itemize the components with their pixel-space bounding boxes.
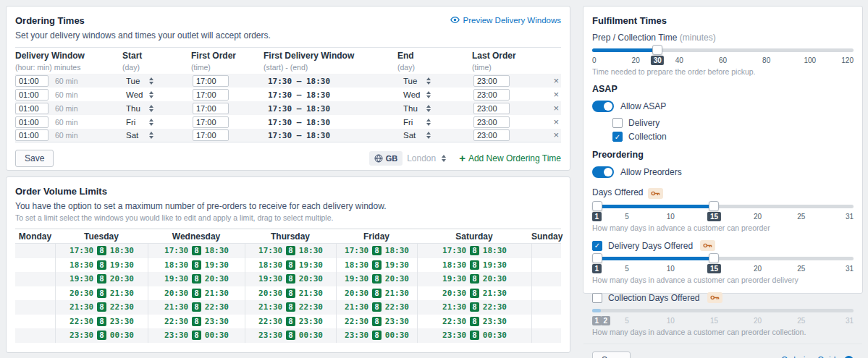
volume-slot[interactable]: 18:30 8 19:30 [164,260,229,270]
slider-track[interactable] [592,48,854,52]
volume-slot[interactable]: 18:30 8 19:30 [442,260,507,270]
volume-slot[interactable]: 21:30 8 22:30 [258,302,323,312]
day-column-header: Sunday [531,231,561,242]
volume-slot[interactable]: 21:30 8 22:30 [442,302,507,312]
volume-slot[interactable]: 20:30 8 21:30 [164,289,229,298]
remove-row-icon[interactable]: × [553,90,559,100]
slider-handle[interactable] [592,253,602,263]
start-day-select[interactable]: Wed [126,90,153,99]
preview-delivery-windows-link[interactable]: Preview Delivery Windows [450,15,561,25]
volume-slot[interactable]: 21:30 8 22:30 [69,302,134,312]
end-day-select[interactable]: Sat [403,131,431,140]
remove-row-icon[interactable]: × [553,117,559,127]
timezone-select[interactable]: GB London [369,151,451,166]
slider-handle[interactable] [709,201,719,211]
volume-slot[interactable]: 18:30 8 19:30 [258,260,323,270]
last-order-input[interactable] [473,116,510,128]
select-arrows-icon [426,119,431,126]
allow-preorders-toggle[interactable] [592,166,614,178]
volume-slot[interactable]: 20:30 8 21:30 [69,289,134,298]
end-day-select[interactable]: Fri [403,118,431,127]
volume-slot-row: 22:30 8 23:30 22:30 8 23:30 22:30 8 23:3… [15,315,561,329]
delivery-days-offered-checkbox[interactable]: ✓ [592,241,602,251]
volume-slot[interactable]: 17:30 8 18:30 [164,246,229,255]
start-day-select[interactable]: Thu [126,104,153,113]
end-day-select[interactable]: Wed [403,90,431,99]
first-order-input[interactable] [193,116,229,128]
volume-slot[interactable]: 19:30 8 20:30 [164,274,229,284]
volume-slot[interactable]: 17:30 8 18:30 [442,246,507,255]
first-order-input[interactable] [193,129,229,141]
volume-slot[interactable]: 19:30 8 20:30 [345,274,409,284]
delivery-window-input[interactable] [15,75,49,87]
volume-slot[interactable]: 18:30 8 19:30 [69,260,134,270]
save-fulfilment-times-button[interactable]: Save [592,351,631,358]
slider-track[interactable] [592,257,854,260]
volume-slot[interactable]: 23:30 8 00:30 [442,331,507,340]
slider-handle[interactable] [652,45,662,55]
remove-row-icon[interactable]: × [553,103,559,114]
save-ordering-times-button[interactable]: Save [15,150,54,167]
volume-slot[interactable]: 21:30 8 22:30 [345,302,409,312]
column-header: End [397,51,414,61]
volume-slot[interactable]: 20:30 8 21:30 [442,289,507,298]
volume-slot[interactable]: 17:30 8 18:30 [345,246,409,255]
ordering-guide-link[interactable]: Ordering Guide ? [781,355,854,358]
delivery-window-input[interactable] [15,129,49,141]
volume-slot[interactable]: 20:30 8 21:30 [345,289,409,298]
remove-row-icon[interactable]: × [553,130,559,140]
country-pill: GB [369,151,403,166]
slider-track[interactable] [592,205,854,208]
last-order-input[interactable] [473,75,510,87]
allow-asap-toggle[interactable] [592,101,614,112]
start-day-select[interactable]: Fri [126,118,153,127]
volume-slot[interactable]: 21:30 8 22:30 [164,302,229,312]
collection-days-offered-checkbox[interactable] [592,293,602,303]
volume-slot[interactable]: 17:30 8 18:30 [258,246,323,255]
delivery-window-input[interactable] [15,116,49,128]
slider-tick-label: 20 [754,265,762,273]
last-order-input[interactable] [473,103,510,114]
volume-slot[interactable]: 23:30 8 00:30 [69,331,134,340]
slider-handle[interactable] [592,201,602,211]
order-limit-badge: 8 [192,302,201,312]
volume-slot[interactable]: 22:30 8 23:30 [258,317,323,326]
volume-slot[interactable]: 20:30 8 21:30 [258,289,323,298]
first-delivery-window-value: 17:30 – 18:30 [268,118,330,127]
remove-row-icon[interactable]: × [553,76,559,86]
volume-slot[interactable]: 23:30 8 00:30 [258,331,323,340]
order-limit-badge: 8 [372,317,382,326]
first-order-input[interactable] [193,103,229,114]
premium-feature-icon [700,240,715,251]
volume-slot[interactable]: 22:30 8 23:30 [69,317,134,326]
end-day-select[interactable]: Thu [403,104,431,113]
last-order-input[interactable] [473,129,510,141]
start-day-select[interactable]: Tue [126,77,153,85]
volume-slot[interactable]: 19:30 8 20:30 [442,274,507,284]
slider-tick-label: 5 [625,265,629,273]
first-order-input[interactable] [193,75,229,87]
start-day-select[interactable]: Sat [126,131,153,140]
slider-handle[interactable] [709,253,719,263]
slider-track[interactable] [592,309,854,312]
volume-slot[interactable]: 18:30 8 19:30 [345,260,409,270]
asap-collection-checkbox[interactable]: ✓ [612,132,623,142]
asap-delivery-checkbox[interactable] [612,118,623,128]
delivery-window-input[interactable] [15,103,49,114]
add-new-ordering-time-link[interactable]: + Add New Ordering Time [459,153,561,163]
volume-slot[interactable]: 23:30 8 00:30 [345,331,409,340]
ordering-time-row: 60 min Sat 17:30 – 18:30 Sat × [15,129,561,142]
volume-slot[interactable]: 22:30 8 23:30 [345,317,409,326]
volume-slot[interactable]: 19:30 8 20:30 [258,274,323,284]
volume-slot[interactable]: 19:30 8 20:30 [69,274,134,284]
end-day-select[interactable]: Tue [403,77,431,85]
select-arrows-icon [149,105,153,112]
first-order-input[interactable] [193,89,229,101]
volume-slot[interactable]: 22:30 8 23:30 [442,317,507,326]
volume-slot[interactable]: 17:30 8 18:30 [69,246,134,255]
eye-icon [450,15,460,25]
last-order-input[interactable] [473,89,510,101]
delivery-window-input[interactable] [15,89,49,101]
volume-slot[interactable]: 23:30 8 00:30 [164,331,229,340]
volume-slot[interactable]: 22:30 8 23:30 [164,317,229,326]
